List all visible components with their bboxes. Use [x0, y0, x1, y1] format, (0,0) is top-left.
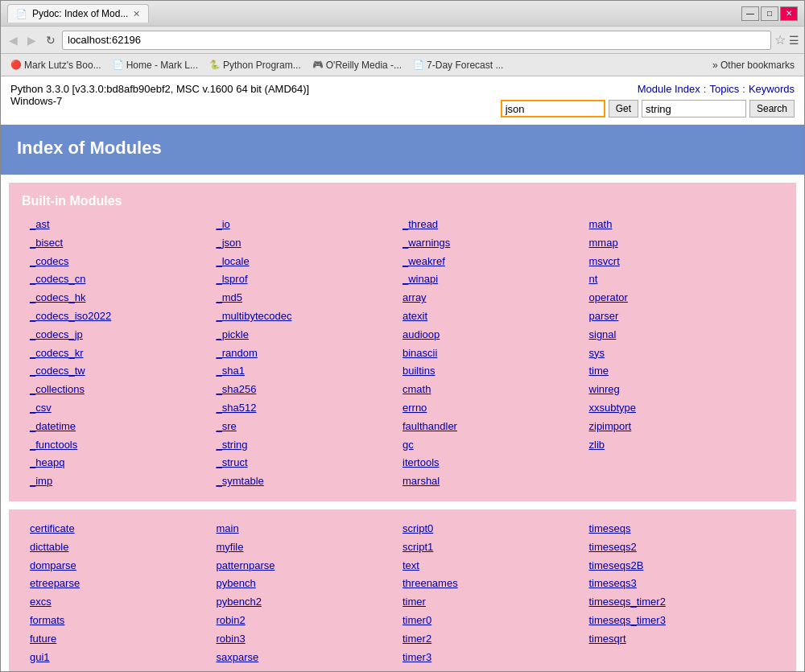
menu-icon[interactable]: ☰	[789, 34, 799, 47]
module-link[interactable]: audioop	[402, 327, 589, 344]
module-link[interactable]: _codecs_hk	[30, 290, 217, 307]
module-link[interactable]: robin2	[217, 612, 403, 629]
forward-btn[interactable]: ▶	[24, 32, 39, 48]
module-link[interactable]: zipimport	[589, 418, 776, 435]
module-link[interactable]: xxsubtype	[589, 400, 776, 417]
bookmark-star-icon[interactable]: ☆	[774, 32, 786, 47]
module-link[interactable]: timeseqs_timer3	[589, 612, 776, 629]
module-link[interactable]: patternparse	[217, 558, 403, 575]
module-link[interactable]: _string	[217, 437, 403, 454]
search-button[interactable]: Search	[749, 100, 795, 117]
module-link[interactable]: cmath	[402, 381, 589, 398]
back-btn[interactable]: ◀	[6, 32, 21, 48]
module-link[interactable]: _sha1	[217, 363, 403, 380]
module-link[interactable]: msvcrt	[589, 254, 776, 270]
close-btn[interactable]: ✕	[780, 6, 798, 21]
module-link[interactable]: _codecs_iso2022	[30, 308, 217, 325]
module-link[interactable]: timeseqs2	[589, 539, 776, 556]
module-link[interactable]: timer2	[402, 631, 589, 648]
module-link[interactable]: formats	[30, 612, 217, 629]
module-link[interactable]: _csv	[30, 400, 217, 417]
module-link[interactable]: _warnings	[402, 235, 589, 252]
module-link[interactable]: domparse	[30, 558, 217, 575]
module-link[interactable]: threenames	[402, 575, 589, 592]
module-link[interactable]: _heapq	[30, 455, 217, 472]
module-link[interactable]: _functools	[30, 437, 217, 454]
keyword-search-input[interactable]	[642, 100, 746, 117]
module-link[interactable]: _md5	[217, 290, 403, 307]
module-link[interactable]: errno	[402, 400, 589, 417]
module-link[interactable]: array	[402, 290, 589, 307]
address-bar[interactable]	[62, 31, 771, 50]
module-link[interactable]: timer0	[402, 612, 589, 629]
bookmark-forecast[interactable]: 📄 7-Day Forecast ...	[408, 58, 508, 72]
module-link[interactable]: _collections	[30, 381, 217, 398]
module-link[interactable]: dicttable	[30, 539, 217, 556]
module-link[interactable]: script0	[402, 521, 589, 538]
module-link[interactable]: _codecs_cn	[30, 271, 217, 288]
module-link[interactable]: timeseqs	[589, 521, 776, 538]
get-button[interactable]: Get	[609, 100, 638, 117]
module-link[interactable]: _random	[217, 345, 403, 362]
module-link[interactable]: timeseqs2B	[589, 558, 776, 575]
module-link[interactable]: main	[217, 521, 403, 538]
module-link[interactable]: _sha256	[217, 381, 403, 398]
module-link[interactable]: winreg	[589, 381, 776, 398]
module-link[interactable]: saxparse	[217, 649, 403, 666]
module-link[interactable]: signal	[589, 327, 776, 344]
bookmark-home-mark[interactable]: 📄 Home - Mark L...	[108, 58, 203, 72]
module-link[interactable]: zlib	[589, 437, 776, 454]
module-link[interactable]: script1	[402, 539, 589, 556]
browser-tab[interactable]: 📄 Pydoc: Index of Mod... ✕	[7, 4, 149, 23]
module-link[interactable]: robin3	[217, 631, 403, 648]
module-link[interactable]: timer	[402, 594, 589, 611]
module-link[interactable]: atexit	[402, 308, 589, 325]
module-link[interactable]: _codecs_jp	[30, 327, 217, 344]
module-link[interactable]: _codecs_kr	[30, 345, 217, 362]
module-link[interactable]: pybench	[217, 575, 403, 592]
module-link[interactable]: _io	[217, 216, 403, 233]
module-link[interactable]: _json	[217, 235, 403, 252]
module-link[interactable]: _weakref	[402, 254, 589, 270]
module-link[interactable]: marshal	[402, 473, 589, 490]
module-link[interactable]: _pickle	[217, 327, 403, 344]
module-link[interactable]: timer3	[402, 649, 589, 666]
module-link[interactable]: gc	[402, 437, 589, 454]
bookmark-oreilly[interactable]: 🎮 O'Reilly Media -...	[308, 58, 407, 72]
module-link[interactable]: mmap	[589, 235, 776, 252]
more-bookmarks-btn[interactable]: » Other bookmarks	[708, 58, 799, 72]
module-link[interactable]: builtins	[402, 363, 589, 380]
module-link[interactable]: sys	[589, 345, 776, 362]
module-link[interactable]: itertools	[402, 455, 589, 472]
module-link[interactable]: parser	[589, 308, 776, 325]
module-link[interactable]: _codecs_tw	[30, 363, 217, 380]
module-link[interactable]: nt	[589, 271, 776, 288]
module-link[interactable]: _winapi	[402, 271, 589, 288]
module-link[interactable]: _locale	[217, 254, 403, 270]
module-link[interactable]: gui1	[30, 649, 217, 666]
keywords-link[interactable]: Keywords	[749, 83, 795, 95]
module-link[interactable]: _multibytecodec	[217, 308, 403, 325]
module-link[interactable]: _struct	[217, 455, 403, 472]
module-link[interactable]: time	[589, 363, 776, 380]
module-link[interactable]: _sha512	[217, 400, 403, 417]
module-link[interactable]: timeseqs3	[589, 575, 776, 592]
module-link[interactable]: faulthandler	[402, 418, 589, 435]
module-link[interactable]: _thread	[402, 216, 589, 233]
module-index-link[interactable]: Module Index	[638, 83, 700, 95]
module-link[interactable]: timeseqs_timer2	[589, 594, 776, 611]
module-link[interactable]: future	[30, 631, 217, 648]
module-link[interactable]: etreeparse	[30, 575, 217, 592]
module-link[interactable]: _bisect	[30, 235, 217, 252]
module-link[interactable]: pybench2	[217, 594, 403, 611]
module-link[interactable]: _symtable	[217, 473, 403, 490]
module-link[interactable]: math	[589, 216, 776, 233]
tab-close-btn[interactable]: ✕	[133, 9, 140, 19]
minimize-btn[interactable]: —	[741, 6, 759, 21]
maximize-btn[interactable]: □	[761, 6, 778, 21]
bookmark-python-prog[interactable]: 🐍 Python Program...	[204, 58, 306, 72]
module-link[interactable]: _codecs	[30, 254, 217, 270]
module-link[interactable]: _datetime	[30, 418, 217, 435]
reload-btn[interactable]: ↻	[43, 32, 59, 48]
module-link[interactable]: text	[402, 558, 589, 575]
